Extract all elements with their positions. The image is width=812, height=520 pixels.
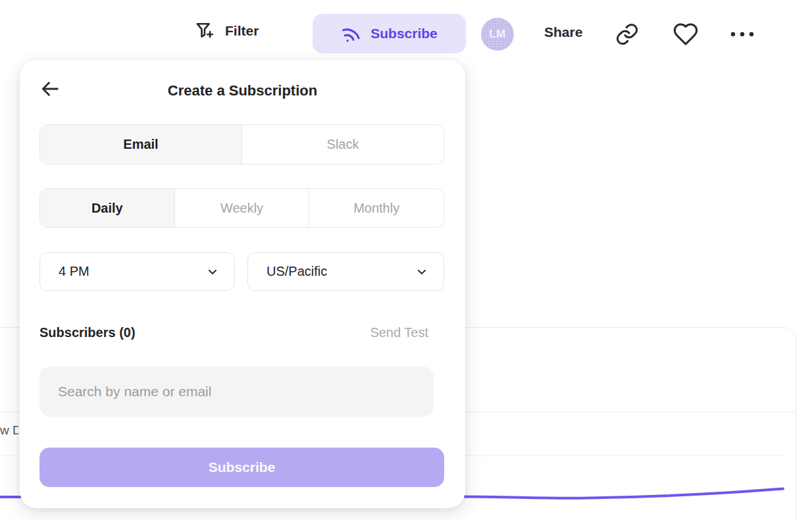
time-select-value: 4 PM <box>59 264 89 279</box>
share-label: Share <box>544 24 582 40</box>
ellipsis-icon <box>728 26 757 42</box>
tab-weekly[interactable]: Weekly <box>174 189 309 227</box>
filter-plus-icon <box>194 20 216 41</box>
clipped-row-label: w D <box>0 423 18 440</box>
tab-monthly[interactable]: Monthly <box>309 189 444 227</box>
more-menu-button[interactable] <box>728 26 757 42</box>
frequency-tab-group: Daily Weekly Monthly <box>39 188 444 228</box>
create-subscription-dialog: Create a Subscription Email Slack Daily … <box>20 60 465 508</box>
favorite-button[interactable] <box>672 21 699 47</box>
subscriber-search-input[interactable] <box>39 367 434 417</box>
subscribe-toolbar-button[interactable]: Subscribe <box>313 14 466 53</box>
tab-email[interactable]: Email <box>40 125 241 164</box>
timezone-select-value: US/Pacific <box>266 264 327 279</box>
heart-icon <box>672 21 699 47</box>
rss-icon <box>338 20 364 46</box>
chevron-down-icon <box>415 265 429 279</box>
link-icon <box>615 22 640 47</box>
subscribe-label: Subscribe <box>370 26 438 41</box>
timezone-select[interactable]: US/Pacific <box>247 252 444 291</box>
dialog-title: Create a Subscription <box>20 82 465 99</box>
subscribers-count-label: Subscribers (0) <box>39 325 136 340</box>
subscribe-submit-button[interactable]: Subscribe <box>39 448 444 487</box>
tab-slack[interactable]: Slack <box>241 125 444 164</box>
time-select[interactable]: 4 PM <box>39 252 235 291</box>
channel-tab-group: Email Slack <box>39 124 444 165</box>
filter-label: Filter <box>225 23 259 39</box>
share-button[interactable]: Share <box>544 24 582 40</box>
copy-link-button[interactable] <box>615 22 640 47</box>
user-avatar[interactable]: LM <box>481 18 514 51</box>
avatar-initials: LM <box>489 28 506 41</box>
filter-button[interactable]: Filter <box>194 20 259 41</box>
send-test-button[interactable]: Send Test <box>370 325 428 340</box>
chevron-down-icon <box>205 265 220 279</box>
tab-daily[interactable]: Daily <box>40 189 174 227</box>
